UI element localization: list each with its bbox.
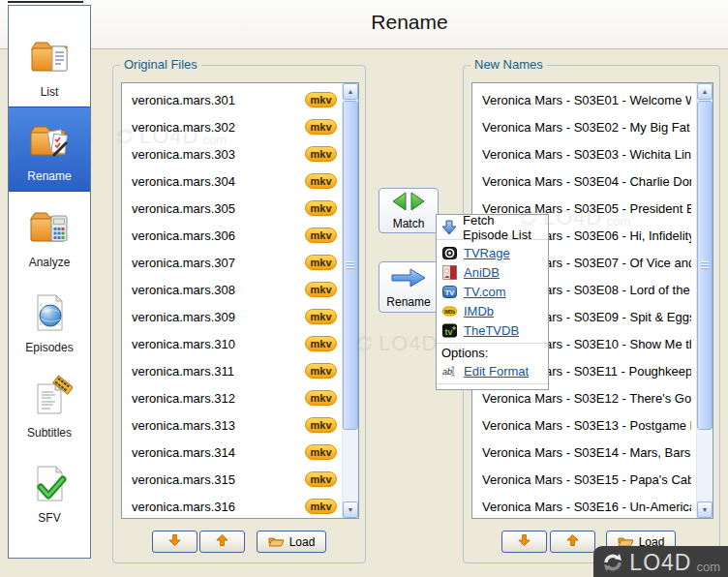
file-row[interactable]: veronica.mars.302mkv [122,113,342,140]
header-bar: Rename [0,0,728,49]
menu-item-thetvdb[interactable]: tv TheTVDB [437,320,548,340]
new-name-row[interactable]: Veronica Mars - S03E13 - Postgame Mortem [472,411,696,439]
file-row[interactable]: veronica.mars.307mkv [122,249,342,276]
sidebar-item-episodes[interactable]: Episodes [9,277,90,362]
menu-item-edit-format[interactable]: ab Edit Format [437,361,548,380]
new-name-text: Veronica Mars - S03E13 - Postgame Mortem [482,418,691,433]
folder-rename-icon [26,118,73,165]
scrollbar-thumb[interactable] [343,101,358,430]
anidb-icon [441,264,457,280]
original-files-label: Original Files [120,57,201,72]
menu-item-tvrage[interactable]: TVRage [437,243,548,262]
sidebar-item-subtitles[interactable]: Subtitles [9,362,90,447]
menu-item-tvcom[interactable]: TV TV.com [437,282,548,301]
vertical-scrollbar[interactable]: ▲ ▼ [342,83,358,518]
sidebar-item-list[interactable]: List [9,6,90,106]
new-name-row[interactable]: Veronica Mars - S03E14 - Mars, Bars [472,439,696,466]
file-row[interactable]: veronica.mars.311mkv [122,357,342,384]
file-ext-badge: mkv [305,282,337,297]
file-name: veronica.mars.306 [132,228,305,243]
up-arrow-icon [566,533,579,550]
file-ext-badge: mkv [305,200,337,216]
scrollbar-thumb[interactable] [697,101,713,430]
sidebar-item-analyze[interactable]: Analyze [9,192,90,277]
thumb-grip [347,261,354,269]
rename-button[interactable]: Rename [379,261,439,313]
new-name-row[interactable]: Veronica Mars - S03E04 - Charlie Don't S… [472,167,696,195]
sidebar: List Rename [8,5,91,559]
file-row[interactable]: veronica.mars.316mkv [122,493,342,518]
new-name-row[interactable]: Veronica Mars - S03E01 - Welcome Wagon [472,86,696,113]
sidebar-item-label: Analyze [29,256,71,269]
scroll-down-button[interactable]: ▼ [697,501,713,518]
scroll-down-button[interactable]: ▼ [343,501,358,518]
load-folder-icon [268,534,285,550]
file-name: veronica.mars.310 [132,337,305,351]
menu-items: TVRage AniDB [437,240,548,340]
menu-footer [437,383,548,396]
file-row[interactable]: veronica.mars.306mkv [122,222,342,249]
file-ext-badge: mkv [305,119,337,135]
menu-item-imdb[interactable]: IMDb IMDb [437,301,548,320]
move-down-button[interactable] [152,531,197,553]
menu-item-label: Edit Format [464,364,529,379]
page-title: Rename [91,11,728,34]
scroll-up-button[interactable]: ▲ [343,83,358,100]
menu-item-label: TV.com [464,285,506,299]
thetvdb-icon: tv [441,322,457,338]
new-name-text: Veronica Mars - S03E02 - My Big Fat Gree… [482,120,691,135]
sidebar-item-label: List [41,85,59,99]
file-row[interactable]: veronica.mars.303mkv [122,140,342,167]
new-name-text: Veronica Mars - S03E15 - Papa's Cabin [482,472,691,487]
menu-item-anidb[interactable]: AniDB [437,262,548,282]
file-row[interactable]: veronica.mars.301mkv [122,86,342,113]
svg-text:IMDb: IMDb [443,309,454,314]
scroll-up-button[interactable]: ▲ [697,83,713,100]
move-up-button[interactable] [199,531,245,553]
move-down-button[interactable] [501,531,547,553]
sidebar-item-sfv[interactable]: SFV [9,447,90,532]
file-row[interactable]: veronica.mars.308mkv [122,276,342,303]
file-ext-badge: mkv [305,471,337,487]
file-row[interactable]: veronica.mars.312mkv [122,384,342,411]
file-ext-badge: mkv [305,146,337,162]
lo4d-watermark-badge: LO4Dcom [593,546,728,577]
file-row[interactable]: veronica.mars.309mkv [122,303,342,330]
down-arrow-icon [168,533,181,550]
match-button[interactable]: Match [379,188,439,233]
svg-text:ab: ab [442,367,452,377]
file-name: veronica.mars.314 [132,445,305,460]
sidebar-item-label: SFV [38,511,60,525]
sidebar-item-rename[interactable]: Rename [9,106,90,192]
match-arrows-icon [391,192,426,214]
file-row[interactable]: veronica.mars.310mkv [122,330,342,357]
fetch-episode-menu: Fetch Episode List TVRage [436,214,549,390]
file-ext-badge: mkv [305,499,337,514]
file-row[interactable]: veronica.mars.315mkv [122,466,342,493]
new-name-row[interactable]: Veronica Mars - S03E02 - My Big Fat Gree… [472,113,696,140]
new-name-row[interactable]: Veronica Mars - S03E16 - Un-American Gra… [472,493,696,518]
file-row[interactable]: veronica.mars.305mkv [122,195,342,222]
down-arrow-icon [518,533,531,550]
file-row[interactable]: veronica.mars.313mkv [122,411,342,439]
menu-header: Fetch Episode List [437,215,548,240]
file-name: veronica.mars.311 [132,364,305,379]
new-name-row[interactable]: Veronica Mars - S03E15 - Papa's Cabin [472,466,696,493]
sidebar-item-label: Subtitles [27,426,72,440]
sidebar-item-label: Rename [27,169,71,183]
move-up-button[interactable] [550,531,595,553]
menu-options-label: Options: [437,344,548,361]
file-ext-badge: mkv [305,309,337,324]
new-name-row[interactable]: Veronica Mars - S03E03 - Wichita Linebac… [472,140,696,167]
file-name: veronica.mars.316 [132,500,305,514]
load-button[interactable]: Load [257,531,326,553]
file-ext-badge: mkv [305,390,337,406]
file-name: veronica.mars.312 [132,391,305,406]
menu-header-label: Fetch Episode List [463,213,543,242]
file-row[interactable]: veronica.mars.314mkv [122,439,342,466]
file-ext-badge: mkv [305,444,337,460]
file-row[interactable]: veronica.mars.304mkv [122,167,342,195]
file-name: veronica.mars.313 [132,418,305,433]
new-name-text: Veronica Mars - S03E16 - Un-American Gra… [482,500,691,514]
vertical-scrollbar[interactable]: ▲ ▼ [696,83,713,518]
